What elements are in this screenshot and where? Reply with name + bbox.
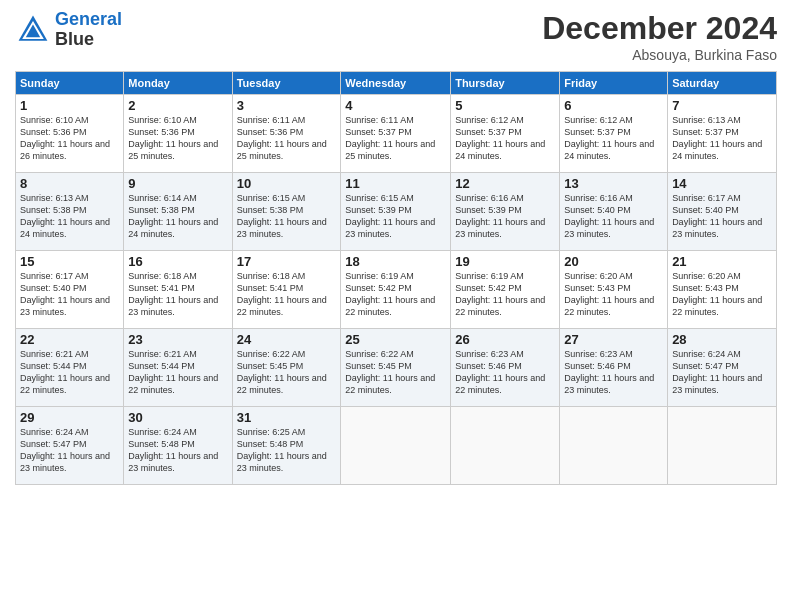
sunrise-label: Sunrise: 6:24 AM (672, 349, 741, 359)
sunset-label: Sunset: 5:47 PM (20, 439, 87, 449)
sunset-label: Sunset: 5:44 PM (20, 361, 87, 371)
calendar-cell (451, 407, 560, 485)
day-number: 25 (345, 332, 446, 347)
sunset-label: Sunset: 5:48 PM (237, 439, 304, 449)
sunrise-label: Sunrise: 6:17 AM (672, 193, 741, 203)
daylight-label: Daylight: 11 hours and 23 minutes. (237, 451, 327, 473)
logo-text: General Blue (55, 10, 122, 50)
day-number: 18 (345, 254, 446, 269)
sunrise-label: Sunrise: 6:18 AM (237, 271, 306, 281)
sunset-label: Sunset: 5:39 PM (455, 205, 522, 215)
sunset-label: Sunset: 5:36 PM (237, 127, 304, 137)
day-number: 13 (564, 176, 663, 191)
day-number: 7 (672, 98, 772, 113)
day-number: 9 (128, 176, 227, 191)
calendar-cell: 15 Sunrise: 6:17 AM Sunset: 5:40 PM Dayl… (16, 251, 124, 329)
day-number: 8 (20, 176, 119, 191)
calendar-week-row-1: 1 Sunrise: 6:10 AM Sunset: 5:36 PM Dayli… (16, 95, 777, 173)
sunrise-label: Sunrise: 6:16 AM (455, 193, 524, 203)
calendar-week-row-2: 8 Sunrise: 6:13 AM Sunset: 5:38 PM Dayli… (16, 173, 777, 251)
day-info: Sunrise: 6:12 AM Sunset: 5:37 PM Dayligh… (455, 114, 555, 163)
day-info: Sunrise: 6:22 AM Sunset: 5:45 PM Dayligh… (237, 348, 337, 397)
sunrise-label: Sunrise: 6:24 AM (128, 427, 197, 437)
daylight-label: Daylight: 11 hours and 22 minutes. (237, 373, 327, 395)
sunset-label: Sunset: 5:43 PM (672, 283, 739, 293)
daylight-label: Daylight: 11 hours and 23 minutes. (128, 295, 218, 317)
calendar-cell: 17 Sunrise: 6:18 AM Sunset: 5:41 PM Dayl… (232, 251, 341, 329)
sunrise-label: Sunrise: 6:15 AM (345, 193, 414, 203)
sunset-label: Sunset: 5:37 PM (345, 127, 412, 137)
daylight-label: Daylight: 11 hours and 24 minutes. (672, 139, 762, 161)
col-monday: Monday (124, 72, 232, 95)
sunrise-label: Sunrise: 6:13 AM (20, 193, 89, 203)
day-number: 22 (20, 332, 119, 347)
month-title: December 2024 (542, 10, 777, 47)
daylight-label: Daylight: 11 hours and 24 minutes. (20, 217, 110, 239)
daylight-label: Daylight: 11 hours and 23 minutes. (20, 451, 110, 473)
day-number: 26 (455, 332, 555, 347)
daylight-label: Daylight: 11 hours and 23 minutes. (564, 373, 654, 395)
sunset-label: Sunset: 5:40 PM (564, 205, 631, 215)
calendar-cell: 4 Sunrise: 6:11 AM Sunset: 5:37 PM Dayli… (341, 95, 451, 173)
day-info: Sunrise: 6:10 AM Sunset: 5:36 PM Dayligh… (20, 114, 119, 163)
col-sunday: Sunday (16, 72, 124, 95)
daylight-label: Daylight: 11 hours and 24 minutes. (564, 139, 654, 161)
sunset-label: Sunset: 5:44 PM (128, 361, 195, 371)
col-friday: Friday (560, 72, 668, 95)
sunrise-label: Sunrise: 6:17 AM (20, 271, 89, 281)
day-info: Sunrise: 6:16 AM Sunset: 5:40 PM Dayligh… (564, 192, 663, 241)
sunset-label: Sunset: 5:40 PM (672, 205, 739, 215)
calendar-header-row: Sunday Monday Tuesday Wednesday Thursday… (16, 72, 777, 95)
day-info: Sunrise: 6:19 AM Sunset: 5:42 PM Dayligh… (455, 270, 555, 319)
daylight-label: Daylight: 11 hours and 24 minutes. (128, 217, 218, 239)
day-info: Sunrise: 6:21 AM Sunset: 5:44 PM Dayligh… (128, 348, 227, 397)
calendar-cell: 8 Sunrise: 6:13 AM Sunset: 5:38 PM Dayli… (16, 173, 124, 251)
daylight-label: Daylight: 11 hours and 22 minutes. (237, 295, 327, 317)
day-number: 30 (128, 410, 227, 425)
location: Absouya, Burkina Faso (542, 47, 777, 63)
sunrise-label: Sunrise: 6:11 AM (345, 115, 414, 125)
day-number: 21 (672, 254, 772, 269)
calendar-week-row-5: 29 Sunrise: 6:24 AM Sunset: 5:47 PM Dayl… (16, 407, 777, 485)
col-wednesday: Wednesday (341, 72, 451, 95)
logo: General Blue (15, 10, 122, 50)
daylight-label: Daylight: 11 hours and 25 minutes. (237, 139, 327, 161)
day-number: 16 (128, 254, 227, 269)
day-info: Sunrise: 6:25 AM Sunset: 5:48 PM Dayligh… (237, 426, 337, 475)
calendar-cell: 24 Sunrise: 6:22 AM Sunset: 5:45 PM Dayl… (232, 329, 341, 407)
day-info: Sunrise: 6:13 AM Sunset: 5:37 PM Dayligh… (672, 114, 772, 163)
daylight-label: Daylight: 11 hours and 22 minutes. (128, 373, 218, 395)
day-number: 20 (564, 254, 663, 269)
day-number: 6 (564, 98, 663, 113)
calendar-page: General Blue December 2024 Absouya, Burk… (0, 0, 792, 612)
day-number: 2 (128, 98, 227, 113)
sunset-label: Sunset: 5:38 PM (237, 205, 304, 215)
calendar-cell: 20 Sunrise: 6:20 AM Sunset: 5:43 PM Dayl… (560, 251, 668, 329)
calendar-cell: 23 Sunrise: 6:21 AM Sunset: 5:44 PM Dayl… (124, 329, 232, 407)
sunset-label: Sunset: 5:41 PM (237, 283, 304, 293)
calendar-week-row-3: 15 Sunrise: 6:17 AM Sunset: 5:40 PM Dayl… (16, 251, 777, 329)
day-info: Sunrise: 6:16 AM Sunset: 5:39 PM Dayligh… (455, 192, 555, 241)
sunset-label: Sunset: 5:46 PM (455, 361, 522, 371)
calendar-cell: 30 Sunrise: 6:24 AM Sunset: 5:48 PM Dayl… (124, 407, 232, 485)
sunrise-label: Sunrise: 6:19 AM (455, 271, 524, 281)
day-info: Sunrise: 6:24 AM Sunset: 5:48 PM Dayligh… (128, 426, 227, 475)
sunset-label: Sunset: 5:41 PM (128, 283, 195, 293)
day-info: Sunrise: 6:11 AM Sunset: 5:36 PM Dayligh… (237, 114, 337, 163)
sunrise-label: Sunrise: 6:23 AM (564, 349, 633, 359)
daylight-label: Daylight: 11 hours and 23 minutes. (345, 217, 435, 239)
calendar-cell: 7 Sunrise: 6:13 AM Sunset: 5:37 PM Dayli… (668, 95, 777, 173)
sunrise-label: Sunrise: 6:16 AM (564, 193, 633, 203)
sunset-label: Sunset: 5:47 PM (672, 361, 739, 371)
day-info: Sunrise: 6:15 AM Sunset: 5:39 PM Dayligh… (345, 192, 446, 241)
calendar-cell: 18 Sunrise: 6:19 AM Sunset: 5:42 PM Dayl… (341, 251, 451, 329)
day-number: 15 (20, 254, 119, 269)
sunset-label: Sunset: 5:45 PM (345, 361, 412, 371)
day-number: 31 (237, 410, 337, 425)
daylight-label: Daylight: 11 hours and 25 minutes. (345, 139, 435, 161)
sunrise-label: Sunrise: 6:15 AM (237, 193, 306, 203)
calendar-cell: 1 Sunrise: 6:10 AM Sunset: 5:36 PM Dayli… (16, 95, 124, 173)
day-info: Sunrise: 6:17 AM Sunset: 5:40 PM Dayligh… (672, 192, 772, 241)
logo-line2: Blue (55, 29, 94, 49)
sunrise-label: Sunrise: 6:19 AM (345, 271, 414, 281)
